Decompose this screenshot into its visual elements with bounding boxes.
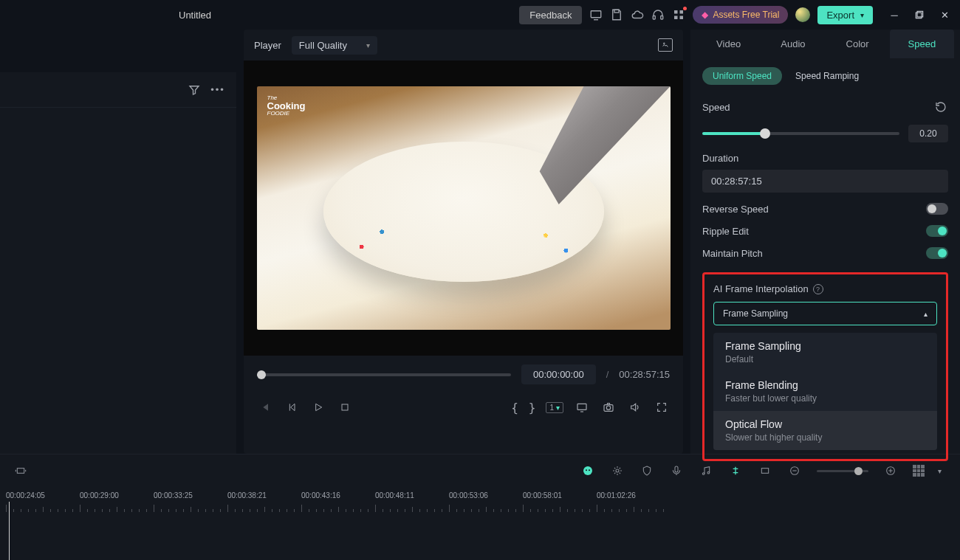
ruler-label: 00:01:02:26 — [597, 491, 671, 499]
chevron-up-icon: ▴ — [924, 310, 928, 318]
player-panel: Player Full Quality ▾ The Cooking FOODIE — [244, 30, 683, 454]
subtab-uniform-speed[interactable]: Uniform Speed — [702, 67, 782, 85]
window-controls: ─ ✕ — [888, 8, 951, 21]
zoom-in-button[interactable] — [883, 463, 898, 478]
svg-rect-2 — [654, 16, 656, 20]
assets-text: Assets Free Trial — [713, 10, 779, 20]
ruler-label: 00:00:43:16 — [301, 491, 375, 499]
ruler-label: 00:00:24:05 — [6, 491, 80, 499]
scrubber-track[interactable] — [257, 373, 511, 376]
export-button[interactable]: Export ▾ — [817, 6, 873, 24]
media-panel: ••• — [0, 30, 236, 454]
speed-body: Speed 0.20 Duration 00:28:57:15 Reverse … — [690, 94, 960, 467]
tab-video[interactable]: Video — [696, 30, 761, 58]
svg-rect-12 — [577, 404, 586, 409]
dropdown-item-frame-sampling[interactable]: Frame Sampling Default — [713, 333, 937, 372]
subtab-speed-ramping[interactable]: Speed Ramping — [795, 71, 859, 81]
ripple-toggle[interactable] — [926, 225, 948, 237]
player-toolbar: Player Full Quality ▾ — [244, 30, 683, 61]
sparkle-icon[interactable] — [610, 463, 625, 478]
scrubber-thumb[interactable] — [257, 370, 266, 379]
zoom-out-button[interactable] — [787, 463, 802, 478]
mark-out-button[interactable]: } — [529, 401, 536, 415]
fit-button[interactable] — [13, 463, 28, 478]
tab-speed[interactable]: Speed — [890, 30, 954, 58]
fullscreen-icon[interactable] — [654, 399, 670, 415]
split-icon[interactable] — [728, 463, 743, 478]
player-label: Player — [254, 40, 281, 51]
feedback-button[interactable]: Feedback — [519, 6, 582, 24]
ratio-button[interactable]: 1▾ — [546, 402, 563, 413]
crop-icon[interactable] — [758, 463, 772, 478]
assets-trial-button[interactable]: ◆ Assets Free Trial — [693, 6, 788, 24]
chevron-down-icon: ▾ — [860, 11, 864, 19]
diamond-icon: ◆ — [702, 10, 708, 20]
ruler-label: 00:00:48:11 — [375, 491, 449, 499]
svg-point-21 — [702, 473, 704, 475]
ai-interpolation-title-row: AI Frame Interpolation ? — [713, 283, 937, 294]
grid-view-icon[interactable] — [913, 465, 925, 477]
shield-icon[interactable] — [640, 463, 654, 478]
dropdown-item-optical-flow[interactable]: Optical Flow Slower but higher quality — [713, 411, 937, 450]
more-icon[interactable]: ••• — [211, 83, 224, 97]
svg-rect-15 — [17, 469, 24, 474]
duration-value[interactable]: 00:28:57:15 — [702, 170, 948, 193]
mic-icon[interactable] — [669, 463, 684, 478]
cloud-icon[interactable] — [631, 8, 644, 21]
media-panel-toolbar: ••• — [0, 72, 236, 108]
speed-label: Speed — [702, 102, 730, 113]
tab-audio[interactable]: Audio — [761, 30, 825, 58]
media-panel-header — [0, 30, 236, 72]
info-icon[interactable]: ? — [813, 284, 823, 294]
ruler-label: 00:00:53:06 — [449, 491, 523, 499]
interpolation-select[interactable]: Frame Sampling ▴ — [713, 302, 937, 325]
tab-color[interactable]: Color — [826, 30, 890, 58]
headphones-icon[interactable] — [651, 8, 665, 21]
screen-icon[interactable] — [589, 8, 603, 21]
pitch-toggle[interactable] — [926, 247, 948, 259]
zoom-slider[interactable] — [817, 470, 868, 472]
snapshot-icon[interactable] — [658, 38, 673, 52]
svg-point-18 — [589, 469, 590, 471]
ai-chat-icon[interactable] — [580, 463, 595, 478]
preview-viewport[interactable]: The Cooking FOODIE — [244, 61, 683, 356]
interpolation-dropdown-menu: Frame Sampling Default Frame Blending Fa… — [713, 333, 937, 450]
timeline-ruler[interactable]: 00:00:24:05 00:00:29:00 00:00:33:25 00:0… — [0, 487, 960, 512]
zoom-thumb[interactable] — [854, 467, 863, 475]
app-logo-icon[interactable] — [795, 7, 810, 22]
music-icon[interactable] — [699, 463, 713, 478]
speed-value[interactable]: 0.20 — [908, 125, 948, 142]
step-back-button[interactable] — [284, 399, 300, 415]
svg-rect-6 — [674, 16, 678, 20]
total-time: 00:28:57:15 — [619, 369, 670, 380]
ruler-label: 00:00:29:00 — [80, 491, 154, 499]
reverse-toggle[interactable] — [926, 203, 948, 215]
speed-slider[interactable] — [702, 132, 899, 135]
quality-select[interactable]: Full Quality ▾ — [292, 36, 377, 55]
svg-point-14 — [606, 406, 610, 409]
chevron-down-icon[interactable]: ▾ — [932, 463, 947, 478]
close-button[interactable]: ✕ — [938, 8, 951, 21]
save-icon[interactable] — [610, 8, 623, 21]
cake-sprinkles — [320, 193, 608, 300]
dropdown-item-frame-blending[interactable]: Frame Blending Faster but lower quality — [713, 372, 937, 411]
reset-speed-icon[interactable] — [933, 100, 948, 114]
minimize-button[interactable]: ─ — [888, 8, 901, 21]
media-watermark: The Cooking FOODIE — [267, 95, 306, 117]
stop-button[interactable] — [337, 399, 353, 415]
filter-icon[interactable] — [188, 83, 201, 97]
playhead[interactable] — [9, 502, 10, 560]
play-button[interactable] — [310, 399, 326, 415]
apps-icon[interactable] — [672, 8, 685, 21]
reverse-label: Reverse Speed — [702, 204, 769, 215]
prev-frame-button[interactable] — [257, 399, 273, 415]
volume-icon[interactable] — [627, 399, 643, 415]
maximize-button[interactable] — [913, 8, 926, 21]
display-icon[interactable] — [574, 399, 590, 415]
ruler-label: 00:00:58:01 — [523, 491, 597, 499]
speed-slider-thumb[interactable] — [760, 128, 770, 139]
mark-in-button[interactable]: { — [511, 401, 518, 415]
speed-subtabs: Uniform Speed Speed Ramping — [690, 58, 960, 94]
camera-icon[interactable] — [600, 399, 617, 415]
scrubber-row: 00:00:00:00 / 00:28:57:15 — [244, 356, 683, 393]
